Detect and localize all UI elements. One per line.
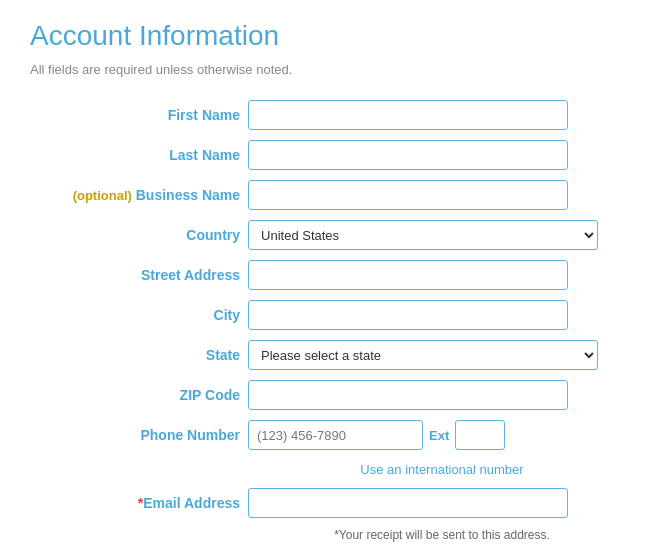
account-form: First Name Last Name (optional) Business… [30,95,640,546]
city-row: City [30,295,640,335]
optional-badge: (optional) [73,188,132,203]
state-label: State [206,347,240,363]
email-label-text: Email Address [143,495,240,511]
email-row: *Email Address [30,483,640,523]
country-select[interactable]: United States Canada United Kingdom Aust… [248,220,598,250]
ext-label: Ext [429,428,449,443]
email-input[interactable] [248,488,568,518]
phone-number-row: Phone Number Ext [30,415,640,455]
receipt-note-row: *Your receipt will be sent to this addre… [30,523,640,546]
last-name-label: Last Name [169,147,240,163]
ext-input[interactable] [455,420,505,450]
zip-code-input[interactable] [248,380,568,410]
country-row: Country United States Canada United King… [30,215,640,255]
receipt-note-text: *Your receipt will be sent to this addre… [334,528,550,542]
street-address-label: Street Address [141,267,240,283]
phone-row-container: Ext [248,420,636,450]
city-label: City [214,307,240,323]
business-name-input[interactable] [248,180,568,210]
state-row: State Please select a state Alabama Alas… [30,335,640,375]
business-name-label: Business Name [136,187,240,203]
street-address-row: Street Address [30,255,640,295]
phone-number-label: Phone Number [140,427,240,443]
first-name-label: First Name [168,107,240,123]
intl-link-row: Use an international number [30,455,640,483]
intl-number-link[interactable]: Use an international number [360,462,523,477]
last-name-input[interactable] [248,140,568,170]
page-title: Account Information [30,20,640,52]
email-label: *Email Address [138,495,240,511]
state-select[interactable]: Please select a state Alabama Alaska Ari… [248,340,598,370]
business-name-row: (optional) Business Name [30,175,640,215]
street-address-input[interactable] [248,260,568,290]
phone-number-input[interactable] [248,420,423,450]
zip-code-row: ZIP Code [30,375,640,415]
zip-code-label: ZIP Code [180,387,240,403]
first-name-input[interactable] [248,100,568,130]
city-input[interactable] [248,300,568,330]
last-name-row: Last Name [30,135,640,175]
first-name-row: First Name [30,95,640,135]
form-subtitle: All fields are required unless otherwise… [30,62,640,77]
country-label: Country [186,227,240,243]
